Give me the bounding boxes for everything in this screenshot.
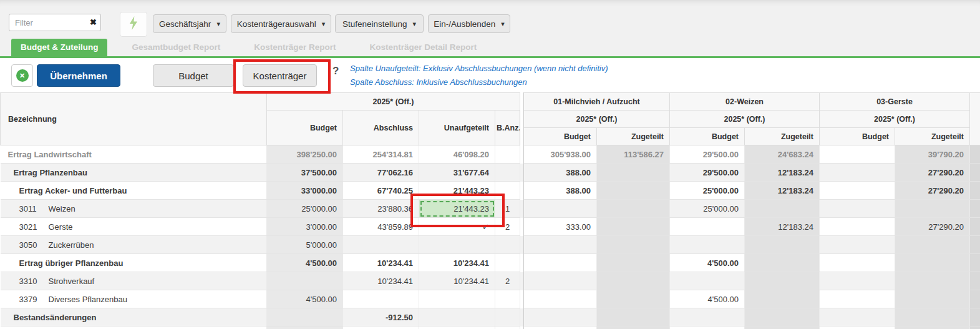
filter-input[interactable] bbox=[9, 14, 101, 31]
cell-g3-zugeteilt[interactable] bbox=[895, 290, 970, 308]
cell-g2-zugeteilt[interactable]: 12'183.24 bbox=[745, 164, 820, 182]
cell-g3-budget[interactable] bbox=[820, 164, 895, 182]
row-label[interactable]: Ertrag Acker- und Futterbau bbox=[1, 182, 267, 200]
cell-g1-zugeteilt[interactable] bbox=[597, 182, 670, 200]
cell-unaufgeteilt[interactable]: 21'443.23 bbox=[419, 200, 495, 218]
cell-g3-budget[interactable] bbox=[820, 290, 895, 308]
cell-g3-budget[interactable] bbox=[820, 145, 895, 164]
cell-g2-budget[interactable] bbox=[670, 218, 745, 236]
cell-g3-zugeteilt[interactable] bbox=[895, 254, 970, 272]
cell-unaufgeteilt[interactable] bbox=[419, 236, 495, 254]
row-label[interactable]: Ertrag übriger Pflanzenbau bbox=[1, 254, 267, 272]
cell-banz[interactable] bbox=[495, 236, 520, 254]
row-label[interactable]: 3379Diverses Pflanzenbau bbox=[1, 290, 267, 308]
cell-banz[interactable]: 2 bbox=[495, 218, 520, 236]
cell-budget[interactable] bbox=[267, 308, 343, 327]
cell-g3-zugeteilt[interactable] bbox=[895, 327, 970, 329]
cell-g1-zugeteilt[interactable] bbox=[597, 272, 670, 290]
cell-banz[interactable]: 1 bbox=[495, 200, 520, 218]
cell-abschluss[interactable]: 43'859.89 bbox=[343, 218, 419, 236]
cell-g1-zugeteilt[interactable] bbox=[597, 327, 670, 329]
quick-action-button[interactable] bbox=[120, 12, 147, 37]
cell-budget[interactable]: 33'000.00 bbox=[267, 182, 343, 200]
cell-g2-zugeteilt[interactable] bbox=[745, 308, 820, 327]
cell-unaufgeteilt[interactable] bbox=[419, 290, 495, 308]
cell-budget[interactable]: 4'500.00 bbox=[267, 254, 343, 272]
cell-abschluss[interactable]: 10'234.41 bbox=[343, 254, 419, 272]
tab-budget-zuteilung[interactable]: Budget & Zuteilung bbox=[11, 39, 107, 56]
cell-banz[interactable] bbox=[495, 327, 520, 329]
cell-banz[interactable] bbox=[495, 164, 520, 182]
cell-g1-zugeteilt[interactable]: 113'586.27 bbox=[597, 145, 670, 164]
cell-g2-budget[interactable] bbox=[670, 236, 745, 254]
cell-g1-budget[interactable]: 388.00 bbox=[524, 164, 597, 182]
cell-abschluss[interactable] bbox=[343, 327, 419, 329]
cell-budget[interactable]: 5'000.00 bbox=[267, 236, 343, 254]
cell-g2-zugeteilt[interactable]: 12'183.24 bbox=[745, 182, 820, 200]
cell-unaufgeteilt[interactable]: 46'098.20 bbox=[419, 145, 495, 164]
cell-g2-budget[interactable] bbox=[670, 272, 745, 290]
cell-g2-budget[interactable] bbox=[670, 308, 745, 327]
clear-filter-icon[interactable]: ✖ bbox=[90, 17, 97, 27]
cell-g1-budget[interactable] bbox=[524, 327, 597, 329]
cell-budget[interactable] bbox=[267, 272, 343, 290]
cell-banz[interactable] bbox=[495, 145, 520, 164]
row-label[interactable]: 3310Strohverkauf bbox=[1, 272, 267, 290]
cell-g3-budget[interactable] bbox=[820, 254, 895, 272]
cell-g2-zugeteilt[interactable] bbox=[745, 327, 820, 329]
row-label[interactable]: Ertrag Pflanzenbau bbox=[1, 164, 267, 182]
cell-g3-budget[interactable] bbox=[820, 218, 895, 236]
cell-g1-budget[interactable] bbox=[524, 272, 597, 290]
cell-abschluss[interactable]: 67'740.25 bbox=[343, 182, 419, 200]
row-label[interactable]: 3021Gerste bbox=[1, 218, 267, 236]
cell-g2-budget[interactable]: 25'000.00 bbox=[670, 182, 745, 200]
tab-kostentraeger-report[interactable]: Kostenträger Report bbox=[245, 39, 345, 56]
cell-g2-budget[interactable]: 29'500.00 bbox=[670, 145, 745, 164]
cell-unaufgeteilt[interactable]: ✓ bbox=[419, 218, 495, 236]
cell-g1-budget[interactable] bbox=[524, 308, 597, 327]
cell-g3-zugeteilt[interactable] bbox=[895, 200, 970, 218]
cell-g1-zugeteilt[interactable] bbox=[597, 236, 670, 254]
help-icon[interactable]: ? bbox=[332, 65, 339, 77]
cell-g3-zugeteilt[interactable] bbox=[895, 236, 970, 254]
cell-banz[interactable]: 2 bbox=[495, 272, 520, 290]
dropdown-ein-ausblenden[interactable]: Ein-/Ausblenden ▾ bbox=[428, 14, 510, 33]
tab-gesamtbudget-report[interactable]: Gesamtbudget Report bbox=[122, 39, 230, 56]
cell-g2-zugeteilt[interactable] bbox=[745, 254, 820, 272]
cell-banz[interactable] bbox=[495, 182, 520, 200]
cell-abschluss[interactable]: 10'234.41 bbox=[343, 272, 419, 290]
cell-banz[interactable] bbox=[495, 254, 520, 272]
cell-g2-budget[interactable]: 25'000.00 bbox=[670, 200, 745, 218]
cell-g1-zugeteilt[interactable] bbox=[597, 254, 670, 272]
row-label[interactable]: 3011Weizen bbox=[1, 200, 267, 218]
cell-unaufgeteilt[interactable]: 10'234.41 bbox=[419, 254, 495, 272]
cell-g1-budget[interactable] bbox=[524, 200, 597, 218]
cell-g3-zugeteilt[interactable] bbox=[895, 308, 970, 327]
cell-unaufgeteilt[interactable] bbox=[419, 327, 495, 329]
cell-g3-budget[interactable] bbox=[820, 182, 895, 200]
cell-g2-zugeteilt[interactable] bbox=[745, 272, 820, 290]
cell-budget[interactable]: 37'500.00 bbox=[267, 164, 343, 182]
cell-g3-budget[interactable] bbox=[820, 308, 895, 327]
cell-g1-zugeteilt[interactable] bbox=[597, 308, 670, 327]
dropdown-stufeneinstellung[interactable]: Stufeneinstellung ▾ bbox=[335, 14, 424, 33]
cell-g3-budget[interactable] bbox=[820, 272, 895, 290]
cell-abschluss[interactable]: 23'880.36 bbox=[343, 200, 419, 218]
row-label[interactable]: Bestandsänderungen bbox=[1, 308, 267, 327]
cell-abschluss[interactable] bbox=[343, 290, 419, 308]
tab-kostentraeger-detail-report[interactable]: Kostenträger Detail Report bbox=[361, 39, 487, 56]
cell-g2-zugeteilt[interactable] bbox=[745, 236, 820, 254]
cancel-button[interactable]: ✕ bbox=[11, 64, 33, 87]
cell-g1-budget[interactable]: 305'938.00 bbox=[524, 145, 597, 164]
cell-g2-zugeteilt[interactable]: 12'183.24 bbox=[745, 218, 820, 236]
row-label[interactable] bbox=[1, 327, 267, 329]
cell-g3-budget[interactable] bbox=[820, 236, 895, 254]
cell-budget[interactable]: 398'250.00 bbox=[267, 145, 343, 164]
cell-unaufgeteilt[interactable] bbox=[419, 308, 495, 327]
cell-g1-budget[interactable] bbox=[524, 236, 597, 254]
cell-g3-zugeteilt[interactable]: 27'290.20 bbox=[895, 182, 970, 200]
row-label[interactable]: 3050Zuckerrüben bbox=[1, 236, 267, 254]
cell-g3-zugeteilt[interactable]: 27'290.20 bbox=[895, 218, 970, 236]
cell-abschluss[interactable]: 77'062.16 bbox=[343, 164, 419, 182]
cell-budget[interactable]: 25'000.00 bbox=[267, 200, 343, 218]
